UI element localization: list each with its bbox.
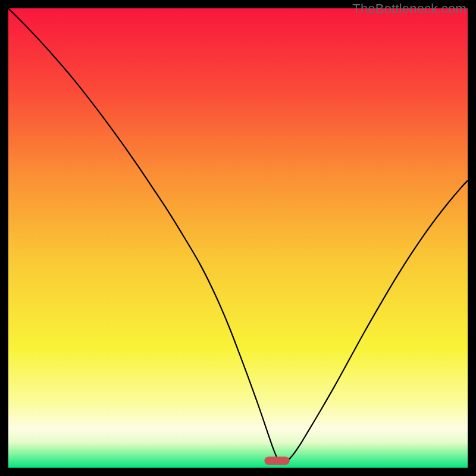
watermark-label: TheBottleneck.com bbox=[352, 1, 466, 17]
plot-area bbox=[8, 8, 468, 468]
gradient-background bbox=[8, 8, 468, 468]
optimal-marker bbox=[264, 456, 289, 465]
bottleneck-chart bbox=[8, 8, 468, 468]
chart-frame: TheBottleneck.com bbox=[0, 0, 476, 476]
